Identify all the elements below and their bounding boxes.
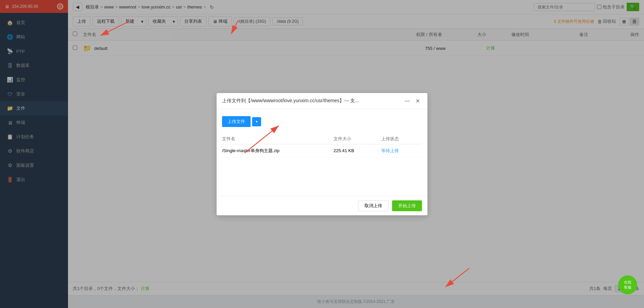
upload-modal: 上传文件到【/www/wwwroot/love.yunxim.cc/usr/th… [217,93,427,215]
upload-status[interactable]: 等待上传 [381,148,422,154]
modal-close-button[interactable]: ✕ [413,97,422,105]
start-upload-button[interactable]: 开始上传 [392,200,422,211]
online-service-line1: 在线 [624,280,631,285]
col-status: 上传状态 [381,136,422,142]
modal-minimize-button[interactable]: — [403,97,412,105]
upload-file-row: /Single-master单身狗主题.zip 225.41 KB 等待上传 [222,144,422,158]
modal-footer: 取消上传 开始上传 [217,196,427,215]
col-filesize: 文件大小 [334,136,381,142]
modal-title: 上传文件到【/www/wwwroot/love.yunxim.cc/usr/th… [222,98,359,104]
modal-overlay[interactable]: 上传文件到【/www/wwwroot/love.yunxim.cc/usr/th… [0,0,644,308]
col-filename: 文件名 [222,136,334,142]
cancel-upload-button[interactable]: 取消上传 [358,200,389,211]
upload-file-button[interactable]: 上传文件 [222,116,251,127]
upload-file-dropdown-button[interactable]: ▾ [252,117,261,126]
modal-header-buttons: — ✕ [403,97,422,105]
modal-body: 上传文件 ▾ 文件名 文件大小 上传状态 /Single-master单身狗主题… [217,109,427,196]
online-service-button[interactable]: 在线 客服 [618,275,637,294]
upload-button-area: 上传文件 ▾ [222,116,422,127]
modal-header: 上传文件到【/www/wwwroot/love.yunxim.cc/usr/th… [217,93,427,109]
upload-filesize: 225.41 KB [334,148,381,153]
upload-filename: /Single-master单身狗主题.zip [222,148,334,154]
online-service-line2: 客服 [624,285,631,290]
file-list-header: 文件名 文件大小 上传状态 [222,134,422,144]
